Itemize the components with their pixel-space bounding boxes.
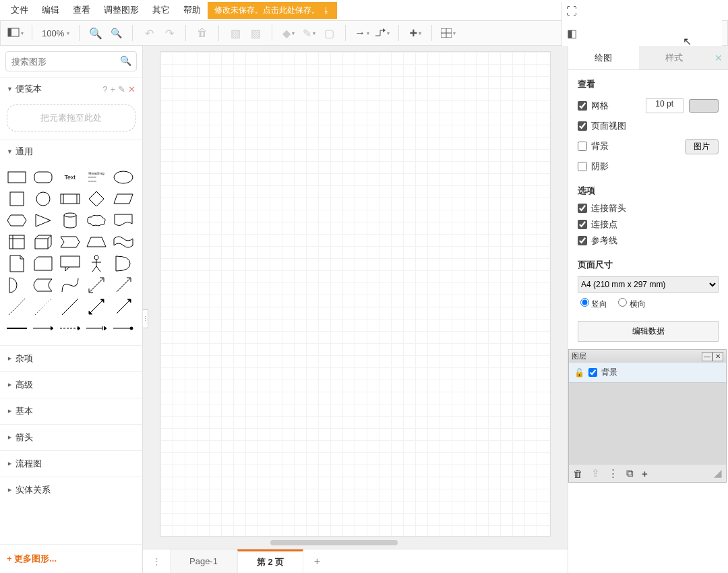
tab-style[interactable]: 样式 bbox=[639, 46, 710, 69]
zoom-dropdown[interactable]: 100% bbox=[39, 28, 72, 38]
lock-icon[interactable]: 🔓 bbox=[574, 368, 584, 378]
portrait-radio[interactable]: 竖向 bbox=[580, 298, 607, 310]
shape-dashed-line[interactable] bbox=[5, 297, 28, 317]
category-basic[interactable]: ▼基本 bbox=[0, 398, 142, 424]
shape-rectangle[interactable] bbox=[5, 167, 28, 187]
category-er[interactable]: ▼实体关系 bbox=[0, 477, 142, 503]
tab-diagram[interactable]: 绘图 bbox=[568, 46, 639, 69]
shape-parallelogram[interactable] bbox=[112, 189, 135, 209]
layer-row-background[interactable]: 🔓 背景 bbox=[569, 363, 726, 383]
shape-step[interactable] bbox=[59, 232, 82, 252]
shape-datastore[interactable] bbox=[32, 275, 55, 295]
to-back-button[interactable]: ▨ bbox=[246, 24, 265, 42]
landscape-radio[interactable]: 横向 bbox=[618, 298, 645, 310]
shape-cloud[interactable] bbox=[85, 210, 108, 231]
layer-menu-button[interactable]: ⋮ bbox=[608, 467, 618, 479]
menu-help[interactable]: 帮助 bbox=[177, 1, 208, 19]
connection-button[interactable]: → bbox=[353, 24, 371, 42]
shape-link3[interactable] bbox=[59, 318, 82, 338]
shadow-button[interactable]: ▢ bbox=[320, 24, 338, 42]
more-shapes-button[interactable]: + 更多图形... bbox=[0, 544, 142, 573]
shape-tape[interactable] bbox=[112, 232, 135, 252]
shape-card[interactable] bbox=[32, 253, 55, 274]
shape-note[interactable] bbox=[5, 253, 28, 274]
shape-or[interactable] bbox=[112, 253, 135, 274]
layers-close-button[interactable]: ✕ bbox=[712, 352, 723, 361]
scratchpad-drop-hint[interactable]: 把元素拖至此处 bbox=[7, 104, 135, 131]
layer-add-button[interactable]: + bbox=[642, 468, 648, 479]
insert-button[interactable]: + bbox=[406, 24, 425, 42]
layer-delete-button[interactable]: 🗑 bbox=[573, 468, 583, 479]
menu-file[interactable]: 文件 bbox=[4, 1, 35, 19]
shape-link2[interactable] bbox=[32, 318, 55, 338]
layer-visible-checkbox[interactable] bbox=[588, 368, 597, 377]
layer-move-button[interactable]: ⇪ bbox=[591, 467, 600, 479]
scratchpad-close-icon[interactable]: ✕ bbox=[128, 84, 135, 94]
shape-triangle[interactable] bbox=[32, 210, 55, 231]
scratchpad-header[interactable]: ▼ 便笺本 ? + ✎ ✕ bbox=[0, 78, 142, 100]
shape-link1[interactable] bbox=[5, 318, 28, 338]
shape-biarrow[interactable] bbox=[85, 275, 108, 295]
scratchpad-edit-icon[interactable]: ✎ bbox=[118, 84, 125, 94]
background-checkbox[interactable]: 背景 bbox=[578, 140, 609, 152]
shape-internal-storage[interactable] bbox=[5, 232, 28, 252]
shape-ellipse[interactable] bbox=[112, 167, 135, 187]
shape-actor[interactable] bbox=[85, 253, 108, 274]
shape-text[interactable]: Text bbox=[59, 167, 82, 187]
connection-arrows-checkbox[interactable]: 连接箭头 bbox=[578, 202, 719, 214]
undo-button[interactable]: ↶ bbox=[140, 24, 158, 42]
layers-minimize-button[interactable]: — bbox=[702, 352, 712, 361]
shape-callout[interactable] bbox=[59, 253, 82, 274]
shape-link4[interactable] bbox=[85, 318, 108, 338]
shape-and[interactable] bbox=[5, 275, 28, 295]
table-button[interactable] bbox=[439, 24, 458, 42]
grid-size-input[interactable]: 10 pt bbox=[646, 98, 684, 113]
shape-cube[interactable] bbox=[32, 232, 55, 252]
category-advanced[interactable]: ▼高级 bbox=[0, 371, 142, 398]
shape-square[interactable] bbox=[5, 189, 28, 209]
category-misc[interactable]: ▼杂项 bbox=[0, 345, 142, 371]
resize-handle-icon[interactable]: ◢ bbox=[714, 467, 722, 479]
layer-duplicate-button[interactable]: ⧉ bbox=[626, 467, 634, 479]
shape-diamond[interactable] bbox=[85, 189, 108, 209]
horizontal-scrollbar[interactable] bbox=[143, 539, 568, 546]
shape-dir-edge[interactable] bbox=[112, 297, 135, 317]
background-image-button[interactable]: 图片 bbox=[685, 139, 719, 154]
shape-trapezoid[interactable] bbox=[85, 232, 108, 252]
guides-checkbox[interactable]: 参考线 bbox=[578, 235, 719, 247]
sidebar-toggle-button[interactable] bbox=[6, 24, 25, 42]
shape-hexagon[interactable] bbox=[5, 210, 28, 231]
add-page-button[interactable]: + bbox=[303, 549, 330, 573]
page-canvas[interactable] bbox=[160, 51, 551, 537]
fullscreen-button[interactable]: ⛶ bbox=[562, 2, 581, 21]
connection-points-checkbox[interactable]: 连接点 bbox=[578, 218, 719, 231]
scratchpad-add-icon[interactable]: + bbox=[110, 84, 115, 94]
to-front-button[interactable]: ▧ bbox=[226, 24, 245, 42]
line-color-button[interactable]: ✎ bbox=[299, 24, 318, 42]
edit-data-button[interactable]: 编辑数据 bbox=[578, 321, 719, 342]
page-size-select[interactable]: A4 (210 mm x 297 mm) bbox=[578, 276, 719, 293]
redo-button[interactable]: ↷ bbox=[160, 24, 179, 42]
page-tab-1[interactable]: Page-1 bbox=[170, 549, 237, 573]
grid-color-swatch[interactable] bbox=[689, 99, 719, 113]
menu-extras[interactable]: 其它 bbox=[146, 1, 177, 19]
shape-link5[interactable] bbox=[112, 318, 135, 338]
zoom-out-button[interactable]: 🔍 bbox=[107, 24, 125, 42]
delete-button[interactable]: 🗑 bbox=[193, 24, 212, 42]
scratchpad-help-icon[interactable]: ? bbox=[102, 84, 107, 94]
shape-search-input[interactable] bbox=[5, 51, 137, 71]
format-panel-button[interactable]: ◧ bbox=[562, 24, 581, 42]
waypoint-button[interactable] bbox=[373, 24, 392, 42]
unsaved-banner[interactable]: 修改未保存。点击此处保存。 ⭳ bbox=[208, 2, 337, 19]
category-arrows[interactable]: ▼箭头 bbox=[0, 424, 142, 450]
page-view-checkbox[interactable]: 页面视图 bbox=[578, 120, 719, 132]
shape-rounded-rect[interactable] bbox=[32, 167, 55, 187]
shape-circle[interactable] bbox=[32, 189, 55, 209]
menu-arrange[interactable]: 调整图形 bbox=[97, 1, 146, 19]
fill-color-button[interactable]: ◆ bbox=[279, 24, 298, 42]
shape-cylinder[interactable] bbox=[59, 210, 82, 231]
shadow-checkbox[interactable]: 阴影 bbox=[578, 160, 719, 173]
category-flowchart[interactable]: ▼流程图 bbox=[0, 450, 142, 477]
shape-dotted-line[interactable] bbox=[32, 297, 55, 317]
format-panel-close-button[interactable]: ✕ bbox=[709, 46, 728, 69]
